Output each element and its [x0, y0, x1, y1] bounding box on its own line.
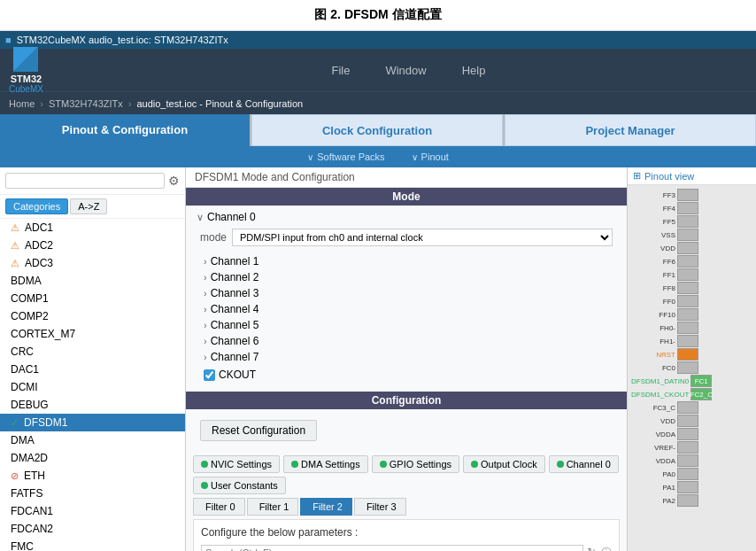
pin-vref: VREF- — [631, 441, 752, 454]
channel-2-row[interactable]: › Channel 2 — [186, 269, 627, 285]
stm32-text: STM32 — [11, 74, 42, 84]
config-tab-user-constants[interactable]: User Constants — [193, 477, 286, 494]
pinout-view-header[interactable]: ⊞ Pinout view — [628, 167, 756, 185]
sidebar-item-dac1[interactable]: DAC1 — [0, 361, 185, 378]
channel-4-row[interactable]: › Channel 4 — [186, 301, 627, 317]
filter-tab-3[interactable]: Filter 3 — [354, 498, 406, 516]
ch3-label: Channel 3 — [211, 287, 259, 299]
config-tab-channel0[interactable]: Channel 0 — [549, 455, 619, 473]
config-tab-nvic[interactable]: NVIC Settings — [193, 455, 280, 473]
pin-ff10: FF10 — [631, 308, 752, 321]
sidebar-item-comp2[interactable]: COMP2 — [0, 307, 185, 325]
sidebar-item-adc3[interactable]: ADC3 — [0, 254, 185, 272]
sidebar-item-dma2d[interactable]: DMA2D — [0, 449, 185, 467]
pin-pa1: PA1 — [631, 481, 752, 493]
params-label: Configure the below parameters : — [201, 524, 612, 541]
tab-pinout[interactable]: Pinout & Configuration — [0, 114, 250, 146]
ckout-checkbox[interactable] — [204, 369, 215, 381]
tab-project[interactable]: Project Manager — [505, 114, 756, 146]
sidebar-item-adc2[interactable]: ADC2 — [0, 237, 185, 254]
params-icon-info[interactable]: ⓘ — [601, 546, 612, 552]
filter-tab-1[interactable]: Filter 1 — [247, 498, 299, 516]
ch1-toggle: › — [204, 256, 207, 267]
gear-icon[interactable]: ⚙ — [168, 174, 180, 188]
pinout-icon: ⊞ — [633, 170, 641, 182]
channel-1-row[interactable]: › Channel 1 — [186, 253, 627, 269]
breadcrumb-file[interactable]: audio_test.ioc - Pinout & Configuration — [136, 98, 303, 109]
pin-vdd: VDD — [631, 242, 752, 254]
sidebar-search-input[interactable] — [5, 173, 165, 189]
breadcrumb-mcu[interactable]: STM32H743ZITx — [49, 98, 123, 109]
pin-pa0: PA0 — [631, 468, 752, 480]
right-panel: ⊞ Pinout view FF3 FF4 FF5 VSS VDD FF6 FF… — [628, 167, 756, 551]
pin-fc1-box: FC1 — [690, 375, 712, 387]
channel-7-row[interactable]: › Channel 7 — [186, 349, 627, 365]
filter-tab-2[interactable]: Filter 2 — [300, 498, 352, 516]
center-header: DFSDM1 Mode and Configuration — [186, 167, 627, 188]
nav-help[interactable]: Help — [462, 64, 486, 77]
cubemx-text: CubeMX — [9, 84, 43, 94]
sidebar-item-dma[interactable]: DMA — [0, 431, 185, 449]
sidebar-item-fatfs[interactable]: FATFS — [0, 485, 185, 502]
sidebar-item-cortex[interactable]: CORTEX_M7 — [0, 325, 185, 343]
center-panel: DFSDM1 Mode and Configuration Mode ∨ Cha… — [186, 167, 628, 551]
pin-vdda: VDDA — [631, 428, 752, 440]
ch7-label: Channel 7 — [211, 351, 259, 363]
sidebar-item-fmc[interactable]: FMC — [0, 538, 185, 551]
pin-fc3c: FC3_C — [631, 401, 752, 414]
breadcrumb-home[interactable]: Home — [9, 98, 35, 109]
sidebar-item-eth[interactable]: ETH — [0, 467, 185, 485]
filter-tab-0[interactable]: Filter 0 — [193, 498, 245, 516]
cat-btn-az[interactable]: A->Z — [70, 198, 107, 214]
ch7-toggle: › — [204, 352, 207, 362]
ch5-label: Channel 5 — [211, 319, 259, 331]
tab-clock[interactable]: Clock Configuration — [251, 114, 503, 146]
reset-button[interactable]: Reset Configuration — [200, 420, 317, 441]
channel-0-mode-row: mode PDM/SPI input from ch0 and internal… — [193, 225, 620, 250]
sidebar-item-bdma[interactable]: BDMA — [0, 272, 185, 290]
params-icons: ↻ ⓘ — [587, 546, 612, 552]
channel-0-toggle: ∨ — [197, 212, 204, 223]
sidebar-categories: Categories A->Z — [0, 195, 185, 219]
config-section-label: Configuration — [186, 392, 627, 409]
sidebar-item-comp1[interactable]: COMP1 — [0, 290, 185, 307]
config-tab-dma[interactable]: DMA Settings — [283, 455, 368, 473]
pin-ff5: FF5 — [631, 215, 752, 228]
sidebar-item-debug[interactable]: DEBUG — [0, 396, 185, 414]
channel-3-row[interactable]: › Channel 3 — [186, 285, 627, 301]
channel-6-row[interactable]: › Channel 6 — [186, 333, 627, 349]
sidebar-item-fdcan1[interactable]: FDCAN1 — [0, 502, 185, 520]
channel-section: ∨ Channel 0 mode PDM/SPI input from ch0 … — [186, 206, 627, 253]
config-tab-gpio[interactable]: GPIO Settings — [372, 455, 459, 473]
params-icon-refresh[interactable]: ↻ — [587, 546, 596, 552]
nav-file[interactable]: File — [331, 64, 350, 77]
channel-5-row[interactable]: › Channel 5 — [186, 317, 627, 333]
params-search-input[interactable] — [201, 545, 583, 551]
cat-btn-categories[interactable]: Categories — [5, 198, 68, 214]
pin-fc2c: DFSDM1_CKOUT FC2_C — [631, 388, 752, 400]
dfsdm1-ckout-label: DFSDM1_CKOUT — [631, 391, 689, 399]
sidebar-item-adc1[interactable]: ADC1 — [0, 219, 185, 237]
logo-cube — [13, 47, 38, 72]
dfsdm1-datin0-label: DFSDM1_DATIN0 — [631, 377, 689, 385]
pin-ff8: FF8 — [631, 282, 752, 294]
pin-nrst: NRST — [631, 348, 752, 361]
title-bar: ■ STM32CubeMX audio_test.ioc: STM32H743Z… — [0, 31, 756, 49]
sidebar-item-dfsdm1[interactable]: DFSDM1 — [0, 414, 185, 431]
nav-window[interactable]: Window — [385, 64, 426, 77]
pin-vss: VSS — [631, 229, 752, 241]
ckout-row: CKOUT — [186, 365, 627, 384]
title-bar-icon: ■ — [5, 35, 12, 45]
sidebar-item-dcmi[interactable]: DCMI — [0, 378, 185, 396]
mode-select[interactable]: PDM/SPI input from ch0 and internal cloc… — [232, 229, 613, 246]
output-clock-dot — [471, 461, 478, 468]
sub-tab-software-packs[interactable]: ∨ Software Packs — [307, 151, 384, 162]
sidebar-item-fdcan2[interactable]: FDCAN2 — [0, 520, 185, 538]
gpio-dot — [380, 461, 387, 468]
sub-tab-pinout[interactable]: ∨ Pinout — [412, 151, 449, 162]
figure-title: 图 2. DFSDM 信道配置 — [0, 0, 756, 31]
sidebar-search-area: ⚙ — [0, 167, 185, 195]
config-tab-output-clock[interactable]: Output Clock — [463, 455, 545, 473]
channel-0-row[interactable]: ∨ Channel 0 — [193, 209, 620, 225]
sidebar-item-crc[interactable]: CRC — [0, 343, 185, 361]
